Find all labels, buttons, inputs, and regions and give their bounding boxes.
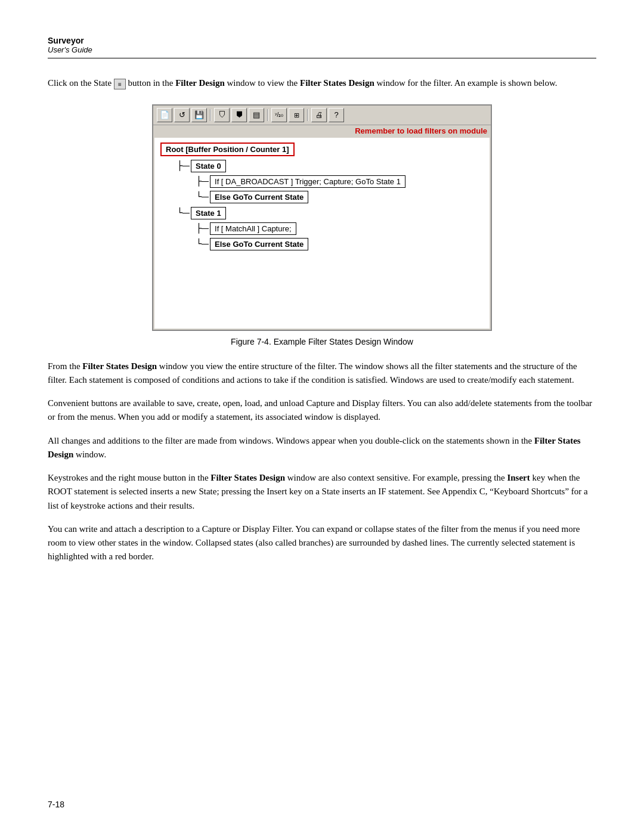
toolbar-btn-help[interactable]: ? <box>329 108 344 122</box>
toolbar-btn-format[interactable]: ʸ/₂₀ <box>271 108 287 122</box>
state0-if-node[interactable]: If [ DA_BROADCAST ] Trigger; Capture; Go… <box>210 175 405 188</box>
root-node[interactable]: Root [Buffer Position / Counter 1] <box>160 143 295 156</box>
toolbar-sep3 <box>307 109 308 121</box>
header-subtitle: User's Guide <box>48 45 596 54</box>
filter-tree-content: Root [Buffer Position / Counter 1] ├ Sta… <box>154 138 490 329</box>
intro-bold2: Filter States Design <box>300 78 374 88</box>
state0-if-row: ├ If [ DA_BROADCAST ] Trigger; Capture; … <box>196 175 484 188</box>
page-header: Surveyor User's Guide <box>48 36 596 58</box>
intro-text-before: Click on the State <box>48 78 114 88</box>
state0-children: ├ If [ DA_BROADCAST ] Trigger; Capture; … <box>196 175 484 203</box>
paragraph-1: From the Filter States Design window you… <box>48 360 596 388</box>
paragraph-5: You can write and attach a description t… <box>48 522 596 564</box>
figure-caption: Figure 7-4. Example Filter States Design… <box>48 337 596 346</box>
toolbar-btn-new[interactable]: 📄 <box>157 108 172 122</box>
p4-bold1: Filter States Design <box>210 473 285 482</box>
toolbar-btn-save[interactable]: 💾 <box>191 108 207 122</box>
intro-text-mid2: window to view the <box>227 78 300 88</box>
state1-else-node[interactable]: Else GoTo Current State <box>210 238 308 250</box>
header-title: Surveyor <box>48 36 596 45</box>
state0-bracket: ├ <box>177 160 190 171</box>
intro-text-mid1: button in the <box>128 78 176 88</box>
toolbar-btn-edit[interactable]: ▤ <box>249 108 264 122</box>
toolbar-btn-filter2[interactable]: ⛊ <box>231 108 247 122</box>
intro-bold1: Filter Design <box>175 78 225 88</box>
toolbar-btn-open[interactable]: ↺ <box>174 108 190 122</box>
state0-group: ├ State 0 ├ If [ DA_BROADCAST ] Trigger;… <box>177 160 484 203</box>
p4-bold2: Insert <box>507 473 530 482</box>
filter-states-window: 📄 ↺ 💾 ⛉ ⛊ ▤ ʸ/₂₀ ⊞ 🖨 ? Remember to load … <box>152 104 492 331</box>
state1-else-row: └ Else GoTo Current State <box>196 238 484 250</box>
page-number: 7-18 <box>48 800 64 809</box>
state1-children: ├ If [ MatchAll ] Capture; └ Else GoTo C… <box>196 222 484 250</box>
state1-else-bracket: └ <box>196 239 209 249</box>
state1-if-bracket: ├ <box>196 223 209 234</box>
state0-else-node[interactable]: Else GoTo Current State <box>210 191 308 203</box>
state0-row: ├ State 0 <box>177 160 484 172</box>
state0-label[interactable]: State 0 <box>191 160 226 172</box>
state-button-icon: ≡ <box>114 79 126 89</box>
toolbar-btn-grid[interactable]: ⊞ <box>289 108 304 122</box>
paragraph-2: Convenient buttons are available to save… <box>48 397 596 425</box>
paragraph-4: Keystrokes and the right mouse button in… <box>48 471 596 513</box>
p3-bold1: Filter States Design <box>48 436 581 459</box>
toolbar-btn-filter1[interactable]: ⛉ <box>214 108 230 122</box>
page: Surveyor User's Guide Click on the State… <box>0 0 644 833</box>
state0-else-row: └ Else GoTo Current State <box>196 191 484 203</box>
intro-text-end: window for the filter. An example is sho… <box>376 78 557 88</box>
state1-if-row: ├ If [ MatchAll ] Capture; <box>196 222 484 235</box>
filter-reminder-text: Remember to load filters on module <box>153 125 491 137</box>
toolbar-sep2 <box>267 109 268 121</box>
toolbar-sep1 <box>210 109 211 121</box>
state1-bracket: └ <box>177 208 190 218</box>
state1-if-node[interactable]: If [ MatchAll ] Capture; <box>210 222 296 235</box>
toolbar-btn-print[interactable]: 🖨 <box>311 108 327 122</box>
state0-else-bracket: └ <box>196 191 209 202</box>
state1-row: └ State 1 <box>177 207 484 219</box>
intro-paragraph: Click on the State ≡ button in the Filte… <box>48 76 596 90</box>
state0-if-bracket: ├ <box>196 176 209 187</box>
p1-bold1: Filter States Design <box>82 361 157 371</box>
filter-toolbar: 📄 ↺ 💾 ⛉ ⛊ ▤ ʸ/₂₀ ⊞ 🖨 ? <box>153 106 491 125</box>
state1-label[interactable]: State 1 <box>191 207 226 219</box>
state1-group: └ State 1 ├ If [ MatchAll ] Capture; └ E… <box>177 207 484 250</box>
root-node-row: Root [Buffer Position / Counter 1] <box>160 143 484 156</box>
paragraph-3: All changes and additions to the filter … <box>48 434 596 462</box>
